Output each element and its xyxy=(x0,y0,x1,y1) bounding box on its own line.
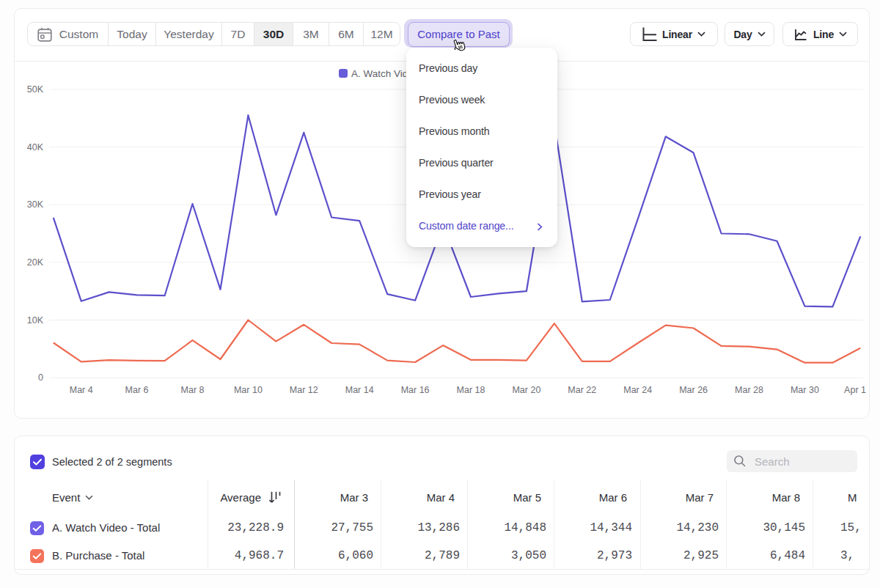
svg-text:Mar 4: Mar 4 xyxy=(70,385,93,395)
svg-text:Mar 18: Mar 18 xyxy=(457,385,485,395)
svg-text:Apr 1: Apr 1 xyxy=(844,385,866,395)
svg-text:Mar 26: Mar 26 xyxy=(679,385,708,395)
svg-text:40K: 40K xyxy=(27,142,44,152)
svg-text:30K: 30K xyxy=(27,199,44,210)
svg-text:Mar 6: Mar 6 xyxy=(125,385,149,395)
svg-text:Mar 30: Mar 30 xyxy=(791,385,819,395)
svg-text:Mar 8: Mar 8 xyxy=(181,385,205,395)
svg-text:0: 0 xyxy=(38,372,43,383)
svg-text:20K: 20K xyxy=(27,257,44,268)
svg-text:Mar 16: Mar 16 xyxy=(401,385,430,395)
svg-text:10K: 10K xyxy=(27,315,44,326)
svg-text:Mar 24: Mar 24 xyxy=(623,385,652,395)
svg-text:Mar 12: Mar 12 xyxy=(290,385,318,395)
svg-text:Mar 20: Mar 20 xyxy=(512,385,540,395)
svg-text:Mar 28: Mar 28 xyxy=(735,385,763,395)
svg-text:50K: 50K xyxy=(27,84,44,95)
svg-text:Mar 10: Mar 10 xyxy=(234,385,263,395)
svg-text:Mar 14: Mar 14 xyxy=(345,385,374,395)
svg-text:Mar 22: Mar 22 xyxy=(568,385,596,395)
